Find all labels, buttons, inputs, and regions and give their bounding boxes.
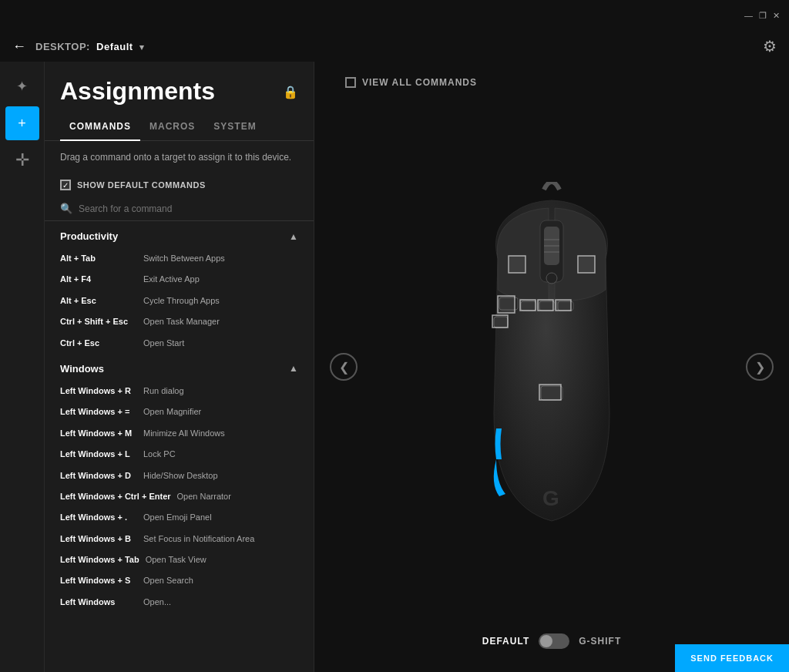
list-item[interactable]: Alt + F4 Exit Active App: [45, 269, 314, 290]
list-item[interactable]: Left Windows + L Lock PC: [45, 444, 314, 465]
list-item[interactable]: Alt + Esc Cycle Through Apps: [45, 291, 314, 311]
nav-left-button[interactable]: ❮: [330, 353, 358, 381]
view-all-checkbox[interactable]: [345, 77, 356, 88]
search-input[interactable]: [79, 203, 298, 214]
command-key: Left Windows + Ctrl + Enter: [60, 491, 171, 502]
search-bar: 🔍: [45, 197, 314, 221]
minimize-button[interactable]: —: [744, 11, 753, 21]
mode-toggle-switch[interactable]: [539, 633, 569, 649]
command-key: Ctrl + Esc: [60, 338, 137, 349]
command-key: Left Windows + L: [60, 449, 137, 460]
mode-toggle: DEFAULT G-SHIFT: [482, 633, 621, 649]
command-desc: Set Focus in Notification Area: [143, 533, 254, 545]
list-item[interactable]: Ctrl + Shift + Esc Open Task Manager: [45, 311, 314, 332]
mouse-btn-mid-c3[interactable]: [556, 300, 571, 311]
list-item[interactable]: Alt + Tab Switch Between Apps: [45, 248, 314, 269]
command-key: Alt + Esc: [60, 295, 137, 307]
command-key: Left Windows + .: [60, 512, 137, 523]
command-desc: Open Task Manager: [143, 316, 220, 328]
command-desc: Open Emoji Panel: [143, 512, 212, 523]
settings-button[interactable]: ⚙: [763, 37, 777, 55]
list-item[interactable]: Left Windows + R Run dialog: [45, 381, 314, 402]
window-controls: — ❐ ✕: [744, 11, 780, 21]
category-windows[interactable]: Windows ▲: [45, 354, 314, 381]
default-mode-label: DEFAULT: [482, 636, 529, 647]
view-all-commands[interactable]: VIEW ALL COMMANDS: [345, 77, 477, 88]
sidebar-icon-light[interactable]: ✦: [5, 69, 39, 103]
titlebar: — ❐ ✕: [0, 0, 789, 31]
desktop-label: DESKTOP: Default ▾: [35, 41, 144, 52]
command-key: Alt + F4: [60, 274, 137, 285]
main-area: VIEW ALL COMMANDS: [314, 62, 789, 672]
command-desc: Open...: [143, 596, 171, 608]
show-default-label: SHOW DEFAULT COMMANDS: [77, 180, 206, 190]
command-key: Left Windows + R: [60, 385, 137, 397]
tab-commands[interactable]: COMMANDS: [60, 113, 140, 141]
command-desc: Exit Active App: [143, 274, 200, 285]
command-key: Left Windows + D: [60, 470, 137, 482]
toggle-knob: [540, 635, 552, 647]
mouse-btn-mid-c2[interactable]: [538, 300, 553, 311]
list-item[interactable]: Ctrl + Esc Open Start: [45, 333, 314, 354]
tab-system[interactable]: SYSTEM: [204, 113, 265, 141]
command-key: Left Windows + =: [60, 406, 137, 418]
mouse-svg: G: [444, 182, 660, 552]
command-key: Ctrl + Shift + Esc: [60, 316, 137, 328]
svg-text:G: G: [542, 486, 559, 510]
list-item[interactable]: Left Windows + . Open Emoji Panel: [45, 507, 314, 528]
list-item[interactable]: Left Windows + = Open Magnifier: [45, 402, 314, 422]
panel-header: Assignments 🔒: [45, 62, 314, 113]
list-item[interactable]: Left Windows Open...: [45, 592, 314, 613]
command-desc: Minimize All Windows: [143, 428, 225, 439]
category-productivity-label: Productivity: [60, 230, 118, 242]
maximize-button[interactable]: ❐: [759, 11, 767, 21]
category-windows-label: Windows: [60, 363, 104, 375]
command-desc: Lock PC: [143, 449, 176, 460]
list-item[interactable]: Left Windows + Tab Open Task View: [45, 549, 314, 570]
command-desc: Open Magnifier: [143, 406, 201, 418]
command-key: Left Windows + S: [60, 575, 137, 586]
view-all-label: VIEW ALL COMMANDS: [362, 77, 477, 88]
send-feedback-button[interactable]: SEND FEEDBACK: [675, 644, 789, 672]
sidebar-icon-plus[interactable]: +: [5, 106, 39, 140]
command-desc: Switch Between Apps: [143, 253, 225, 264]
command-desc: Open Task View: [146, 554, 206, 566]
icon-sidebar: ✦ + ✛: [0, 62, 45, 672]
mouse-btn-mid-left[interactable]: [498, 296, 515, 313]
mouse-btn-top-left[interactable]: [509, 256, 525, 273]
command-desc: Run dialog: [143, 385, 184, 397]
svg-point-5: [546, 273, 557, 284]
command-key: Left Windows: [60, 596, 137, 608]
instructions-text: Drag a command onto a target to assign i…: [45, 141, 314, 173]
command-desc: Open Search: [143, 575, 193, 586]
mouse-btn-top-right[interactable]: [578, 256, 595, 273]
gshift-mode-label: G-SHIFT: [579, 636, 621, 647]
category-productivity[interactable]: Productivity ▲: [45, 221, 314, 248]
nav-right-button[interactable]: ❯: [746, 353, 774, 381]
command-key: Left Windows + Tab: [60, 554, 139, 566]
sidebar-icon-crosshair[interactable]: ✛: [5, 143, 39, 177]
mouse-btn-mid-c1[interactable]: [520, 300, 536, 311]
list-item[interactable]: Left Windows + D Hide/Show Desktop: [45, 465, 314, 486]
tab-bar: COMMANDS MACROS SYSTEM: [45, 113, 314, 141]
list-item[interactable]: Left Windows + B Set Focus in Notificati…: [45, 529, 314, 549]
mouse-btn-side-left[interactable]: [492, 315, 508, 328]
mouse-display: G: [390, 151, 713, 583]
command-desc: Cycle Through Apps: [143, 295, 220, 307]
back-button[interactable]: ←: [12, 39, 26, 55]
productivity-chevron-icon: ▲: [289, 231, 298, 242]
list-item[interactable]: Left Windows + S Open Search: [45, 570, 314, 591]
show-default-checkbox[interactable]: ✓: [60, 180, 71, 190]
command-list: Productivity ▲ Alt + Tab Switch Between …: [45, 221, 314, 672]
tab-macros[interactable]: MACROS: [140, 113, 204, 141]
show-default-row: ✓ SHOW DEFAULT COMMANDS: [45, 173, 314, 197]
close-button[interactable]: ✕: [773, 11, 780, 21]
list-item[interactable]: Left Windows + Ctrl + Enter Open Narrato…: [45, 486, 314, 507]
list-item[interactable]: Left Windows + M Minimize All Windows: [45, 423, 314, 444]
mouse-btn-bottom-center[interactable]: [539, 385, 561, 400]
search-icon: 🔍: [60, 203, 72, 214]
assignments-panel: Assignments 🔒 COMMANDS MACROS SYSTEM Dra…: [45, 62, 314, 672]
windows-chevron-icon: ▲: [289, 363, 298, 374]
command-desc: Open Narrator: [177, 491, 231, 502]
command-key: Left Windows + M: [60, 428, 137, 439]
